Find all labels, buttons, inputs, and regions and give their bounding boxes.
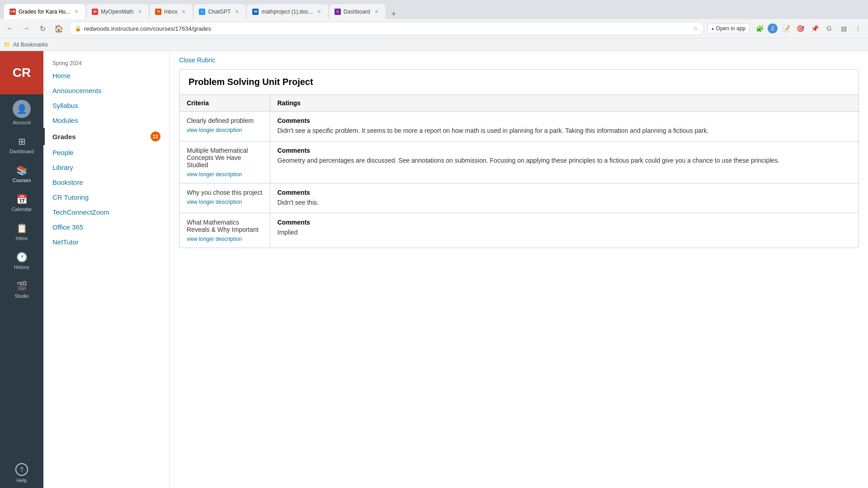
view-longer-link-3[interactable]: view longer description (187, 236, 263, 242)
zoom-icon[interactable]: Z (768, 23, 778, 33)
course-nav-announcements[interactable]: Announcements (43, 83, 170, 98)
tab-favicon-4: G (199, 9, 205, 15)
criteria-cell-3: What Mathematics Reveals & Why Important… (179, 213, 270, 248)
studio-icon: 🎬 (16, 281, 28, 291)
tab-bar: CR Grades for Kara Hu... ✕ M MyOpenMath … (0, 0, 868, 19)
nav-label-history: History (14, 264, 29, 270)
comment-text-0: Didn't see a specific problem. It seems … (278, 126, 852, 136)
toolbar-ext-3[interactable]: 📌 (808, 22, 821, 35)
browser-chrome: CR Grades for Kara Hu... ✕ M MyOpenMath … (0, 0, 868, 51)
tab-close-6[interactable]: ✕ (373, 8, 380, 15)
canvas-icon: ● (712, 26, 714, 31)
course-nav-home[interactable]: Home (43, 68, 170, 83)
tab-favicon-3: ⚙ (155, 9, 161, 15)
course-nav-techconnectzoom[interactable]: TechConnectZoom (43, 205, 170, 220)
course-nav-bookstore[interactable]: Bookstore (43, 175, 170, 190)
toolbar-ext-2[interactable]: 🎯 (794, 22, 807, 35)
nav-label-dashboard: Dashboard (9, 149, 34, 154)
course-nav-modules[interactable]: Modules (43, 113, 170, 128)
tab-favicon-2: M (92, 9, 98, 15)
tab-favicon-6: D (335, 9, 341, 15)
courses-icon: 📚 (16, 165, 28, 176)
nav-item-dashboard[interactable]: ⊞ Dashboard (0, 131, 43, 160)
nav-item-inbox[interactable]: 📋 Inbox (0, 217, 43, 246)
comment-label-1: Comments (278, 147, 852, 154)
tab-close-1[interactable]: ✕ (73, 8, 80, 15)
view-longer-link-0[interactable]: view longer description (187, 127, 263, 133)
nav-item-history[interactable]: 🕐 History (0, 246, 43, 275)
course-nav-nettutor[interactable]: NetTutor (43, 235, 170, 249)
course-nav-syllabus[interactable]: Syllabus (43, 98, 170, 113)
address-box[interactable]: 🔒 redwoods.instructure.com/courses/17634… (69, 22, 704, 35)
tab-close-2[interactable]: ✕ (136, 8, 143, 15)
reload-button[interactable]: ↻ (36, 22, 49, 35)
toolbar-ext-1[interactable]: 📝 (779, 22, 792, 35)
nav-item-account[interactable]: 👤 Account (0, 94, 43, 131)
nav-item-help[interactable]: ? Help (0, 458, 43, 488)
tab-dashboard[interactable]: D Dashboard ✕ (329, 4, 386, 19)
cr-logo[interactable]: CR (0, 51, 43, 94)
tab-close-5[interactable]: ✕ (316, 8, 323, 15)
course-nav-cr-tutoring[interactable]: CR Tutoring (43, 190, 170, 205)
menu-icon[interactable]: ⋮ (852, 22, 864, 35)
comment-label-0: Comments (278, 117, 852, 124)
main-content: Close Rubric Problem Solving Unit Projec… (170, 51, 868, 488)
course-nav-grades[interactable]: Grades 11 (43, 128, 170, 145)
criteria-name-3: What Mathematics Reveals & Why Important (187, 219, 263, 233)
tab-label-6: Dashboard (344, 9, 370, 15)
inbox-icon: 📋 (16, 223, 28, 234)
google-icon[interactable]: G (823, 22, 835, 35)
criteria-cell-0: Clearly defined problemview longer descr… (179, 112, 270, 141)
rubric-container: Problem Solving Unit Project Criteria Ra… (179, 69, 859, 248)
course-nav-library[interactable]: Library (43, 160, 170, 175)
criteria-header: Criteria (179, 95, 270, 112)
tab-close-3[interactable]: ✕ (180, 8, 187, 15)
ratings-cell-3: CommentsImplied (270, 213, 859, 248)
tab-close-4[interactable]: ✕ (233, 8, 241, 15)
nav-item-courses[interactable]: 📚 Courses (0, 160, 43, 188)
view-longer-link-2[interactable]: view longer description (187, 199, 263, 205)
bookmark-star-icon[interactable]: ☆ (693, 25, 698, 32)
extensions-icon[interactable]: 🧩 (753, 22, 766, 35)
tab-grades[interactable]: CR Grades for Kara Hu... ✕ (4, 4, 86, 19)
nav-label-help: Help (17, 478, 27, 483)
comment-label-3: Comments (278, 219, 852, 226)
tab-label-5: mathproject (1).doc... (261, 9, 312, 15)
nav-item-calendar[interactable]: 📅 Calendar (0, 188, 43, 217)
bookmarks-folder-icon: 📁 (4, 42, 10, 48)
criteria-cell-1: Multiple Mathematical Concepts We Have S… (179, 141, 270, 183)
grades-badge: 11 (151, 131, 160, 141)
address-bar-row: ← → ↻ 🏠 🔒 redwoods.instructure.com/cours… (0, 19, 868, 38)
criteria-name-2: Why you chose this project (187, 189, 263, 196)
home-button[interactable]: 🏠 (52, 22, 65, 35)
nav-item-studio[interactable]: 🎬 Studio (0, 275, 43, 304)
course-nav: Spring 2024 Home Announcements Syllabus … (43, 51, 170, 488)
tab-label-2: MyOpenMath (101, 9, 133, 15)
avatar: 👤 (13, 100, 31, 118)
course-nav-office365[interactable]: Office 365 (43, 220, 170, 235)
forward-button[interactable]: → (20, 22, 33, 35)
comment-text-1: Geometry and percentages are discussed. … (278, 156, 852, 165)
sidebar-icon[interactable]: ▤ (837, 22, 850, 35)
avatar-icon: 👤 (16, 103, 28, 114)
course-nav-people[interactable]: People (43, 145, 170, 160)
tab-myopenmath[interactable]: M MyOpenMath ✕ (86, 4, 149, 19)
bookmarks-bar: 📁 All Bookmarks (0, 38, 868, 51)
back-button[interactable]: ← (4, 22, 16, 35)
toolbar-icons: 🧩 Z 📝 🎯 📌 G ▤ ⋮ (753, 22, 864, 35)
tab-inbox[interactable]: ⚙ Inbox ✕ (149, 4, 193, 19)
view-longer-link-1[interactable]: view longer description (187, 171, 263, 178)
table-row: Multiple Mathematical Concepts We Have S… (179, 141, 859, 183)
comment-text-3: Implied (278, 228, 852, 237)
rubric-title: Problem Solving Unit Project (179, 70, 859, 95)
comment-text-2: Didn't see this. (278, 198, 852, 207)
open-in-app-button[interactable]: ● Open in app (708, 23, 750, 33)
rubric-table: Criteria Ratings Clearly defined problem… (179, 95, 859, 248)
tab-word[interactable]: W mathproject (1).doc... ✕ (246, 4, 328, 19)
nav-label-studio: Studio (14, 293, 28, 299)
tab-favicon-5: W (252, 9, 259, 15)
new-tab-button[interactable]: + (388, 9, 400, 19)
close-rubric-button[interactable]: Close Rubric (170, 51, 224, 69)
comment-label-2: Comments (278, 189, 852, 196)
tab-chatgpt[interactable]: G ChatGPT ✕ (193, 4, 246, 19)
